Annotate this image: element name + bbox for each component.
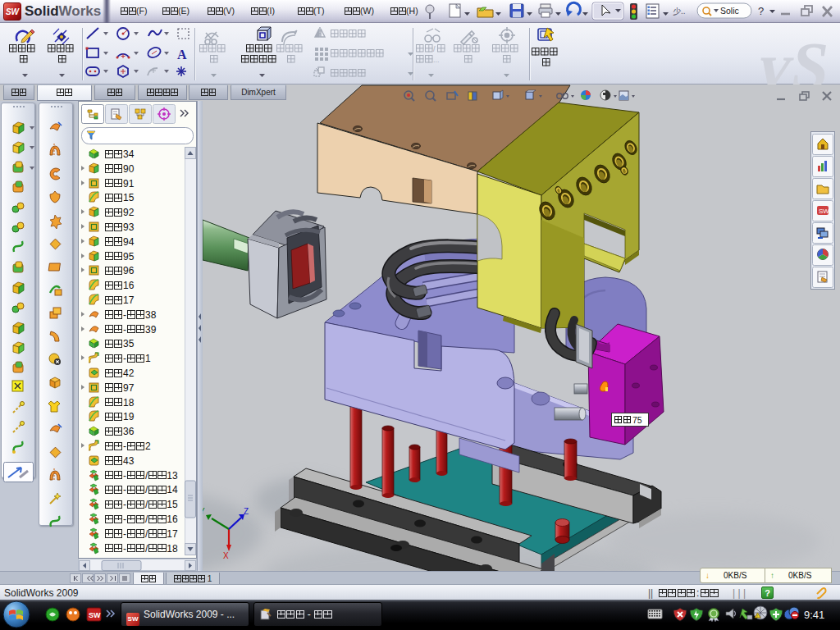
svg-text:少..: 少.. [673,7,686,16]
svg-text:SW: SW [819,208,829,215]
svg-text:?: ? [758,5,764,17]
svg-text:9:41: 9:41 [804,609,824,621]
svg-text:ɣS: ɣS [759,29,829,84]
svg-text:Solic: Solic [720,6,739,16]
svg-text:/: / [433,45,436,53]
svg-text:Z: Z [244,507,249,516]
svg-text:75: 75 [632,415,642,425]
svg-text:X: X [223,551,229,560]
svg-text:SW: SW [89,611,101,619]
svg-text:A: A [177,48,187,62]
svg-text:...: ... [433,56,440,64]
